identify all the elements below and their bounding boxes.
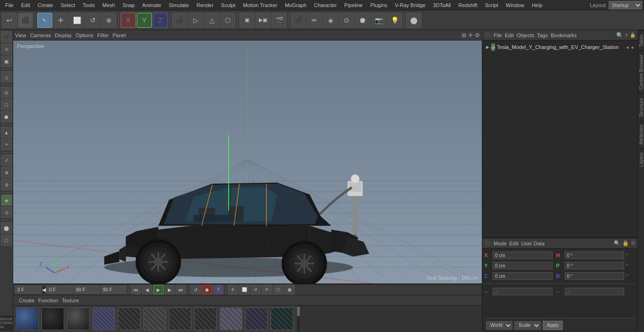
render-trans-button[interactable]: ▣ <box>284 284 295 295</box>
left-tool-8[interactable]: ⌖ <box>1 139 12 150</box>
tab-content-browser[interactable]: Content Browser <box>638 50 644 93</box>
left-tool-0[interactable]: ⬛ <box>1 31 12 42</box>
go-end-button[interactable]: ⏭ <box>176 285 186 294</box>
attr-z-field[interactable]: 0 cm <box>493 272 553 280</box>
play-button[interactable]: ▶ <box>153 285 164 294</box>
record-button[interactable]: ⏺ <box>202 285 212 294</box>
attr-lock2-icon[interactable]: 🔒 <box>622 240 629 246</box>
om-tags[interactable]: Tags <box>537 32 548 38</box>
nurbs-button[interactable]: ◈ <box>323 13 338 28</box>
menu-mograph[interactable]: MoGraph <box>281 1 310 9</box>
mat-item-5[interactable]: disk <box>142 308 167 332</box>
attr-x-field[interactable]: 0 cm <box>493 251 553 259</box>
mat-menu-function[interactable]: Function <box>38 298 58 303</box>
y-axis-button[interactable]: Y <box>137 13 152 28</box>
left-tool-14[interactable]: ⬤ <box>1 222 12 234</box>
om-file[interactable]: File <box>494 32 502 38</box>
om-edit[interactable]: Edit <box>505 32 514 38</box>
mat-scroll-thumb[interactable] <box>297 307 300 316</box>
scene-button[interactable]: ⬤ <box>406 13 421 28</box>
frame-current-field[interactable]: 0 F <box>47 285 73 294</box>
playmode-button[interactable]: P <box>262 284 272 295</box>
menu-snap[interactable]: Snap <box>119 1 138 9</box>
rotate-trans-button[interactable]: ↺ <box>250 284 261 295</box>
menu-window[interactable]: Window <box>503 1 528 9</box>
mat-menu-texture[interactable]: Texture <box>62 298 79 303</box>
mat-item-3[interactable]: brake_d <box>91 308 116 332</box>
viewport[interactable]: Perspective Grid Spacing : 100 cm <box>13 40 482 283</box>
menu-script[interactable]: Script <box>482 1 502 9</box>
mat-item-7[interactable]: bottom_ <box>193 308 218 332</box>
viewport-move-icon[interactable]: ✛ <box>468 32 473 39</box>
tab-layers[interactable]: Layers <box>638 148 644 170</box>
vt-display[interactable]: Display <box>55 32 72 38</box>
transform-button[interactable]: ⊕ <box>101 13 116 28</box>
attr-b-field[interactable]: 0 ° <box>565 272 625 280</box>
scale-button[interactable]: ⬜ <box>69 13 84 28</box>
frame-nav-prev[interactable]: ◀ <box>42 285 46 294</box>
poly-mode-button[interactable]: ⬡ <box>220 13 235 28</box>
menu-vray[interactable]: V-Ray Bridge <box>392 1 429 9</box>
prev-frame-button[interactable]: ◀ <box>142 285 152 294</box>
menu-help[interactable]: Help <box>528 1 546 9</box>
vt-panel[interactable]: Panel <box>113 32 126 38</box>
go-start-button[interactable]: ⏮ <box>131 285 141 294</box>
menu-sculpt[interactable]: Sculpt <box>218 1 239 9</box>
scale-trans-button[interactable]: ⬜ <box>239 284 249 295</box>
search-icon[interactable]: 🔍 <box>616 32 623 39</box>
light-button[interactable]: ⬟ <box>355 13 370 28</box>
attr-dash1-field[interactable]: -- <box>493 288 553 295</box>
object-mode-button[interactable]: ⬛ <box>172 13 187 28</box>
menu-create[interactable]: Create <box>34 1 57 9</box>
menu-redshift[interactable]: Redshift <box>455 1 480 9</box>
mat-item-10[interactable]: bottom_ <box>270 308 294 332</box>
filter-icon[interactable]: ▼ <box>624 32 629 38</box>
mat-item-9[interactable]: bottom_ <box>244 308 269 332</box>
menu-file[interactable]: File <box>2 1 17 9</box>
left-tool-2[interactable]: ▣ <box>1 56 12 67</box>
menu-pipeline[interactable]: Pipeline <box>341 1 366 9</box>
deformer-button[interactable]: ⊙ <box>339 13 354 28</box>
mat-item-1[interactable]: body_sil <box>41 308 65 332</box>
left-tool-13[interactable]: ⊙ <box>1 207 12 218</box>
mat-item-0[interactable]: display <box>15 308 40 332</box>
menu-character[interactable]: Character <box>311 1 340 9</box>
attr-settings-icon[interactable]: ⚙ <box>631 240 636 246</box>
left-tool-6[interactable]: ⬟ <box>1 111 12 122</box>
loop-button[interactable]: ↺ <box>190 285 201 294</box>
attr-edit[interactable]: Edit <box>510 241 519 246</box>
lock-icon[interactable]: 🔒 <box>630 32 636 38</box>
move-trans-button[interactable]: ✛ <box>228 284 238 295</box>
vt-options[interactable]: Options <box>75 32 93 38</box>
mat-menu-create[interactable]: Create <box>19 298 34 303</box>
mat-item-2[interactable]: metal <box>66 308 91 332</box>
scale-select[interactable]: Scale <box>514 321 541 330</box>
mat-item-6[interactable]: bottom_ <box>168 308 192 332</box>
render-to-pic-button[interactable]: 🎬 <box>272 13 287 28</box>
menu-motion-tracker[interactable]: Motion Tracker <box>239 1 281 9</box>
left-tool-9[interactable]: ⤢ <box>1 154 12 166</box>
attr-search-icon[interactable]: 🔍 <box>614 240 620 246</box>
left-tool-3[interactable]: △ <box>1 71 12 82</box>
left-tool-1[interactable]: ⊙ <box>1 43 12 55</box>
obj-vis-a[interactable]: ● <box>626 44 629 50</box>
frame-end2-field[interactable]: 90 F <box>100 285 126 294</box>
tab-structure[interactable]: Structure <box>638 94 644 121</box>
menu-render[interactable]: Render <box>193 1 217 9</box>
grid-trans-button[interactable]: ⬡ <box>273 284 283 295</box>
component-mode-button[interactable]: ▷ <box>188 13 203 28</box>
mat-item-8[interactable]: aluminu <box>219 308 243 332</box>
attr-userdata[interactable]: User Data <box>521 241 545 246</box>
left-tool-11[interactable]: ⊘ <box>1 179 12 190</box>
om-bookmarks[interactable]: Bookmarks <box>551 32 577 38</box>
mat-item-4[interactable]: wheel_r <box>117 308 141 332</box>
menu-plugins[interactable]: Plugins <box>367 1 390 9</box>
mat-scroll[interactable] <box>296 306 300 332</box>
camera-button[interactable]: 📷 <box>371 13 386 28</box>
layout-select[interactable]: Startup Standard Animate <box>609 1 642 9</box>
menu-animate[interactable]: Animate <box>139 1 165 9</box>
menu-simulate[interactable]: Simulate <box>165 1 192 9</box>
menu-3dtoall[interactable]: 3DToAll <box>429 1 454 9</box>
vt-filter[interactable]: Filter <box>97 32 108 38</box>
spline-button[interactable]: ✏ <box>307 13 322 28</box>
